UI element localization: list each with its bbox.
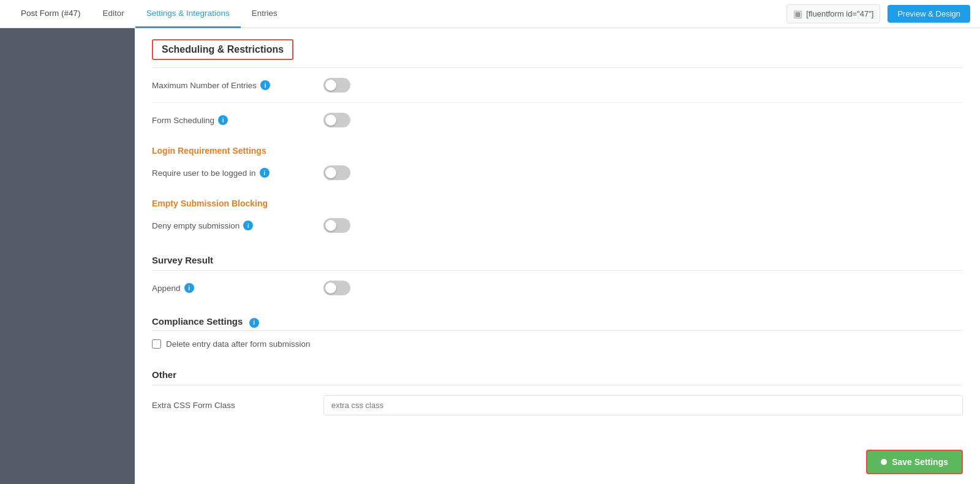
nav-right: ▣ [fluentform id="47"] Preview & Design [786,4,970,23]
deny-empty-label: Deny empty submission i [152,221,323,230]
max-entries-label: Maximum Number of Entries i [152,80,323,90]
require-login-label: Require user to be logged in i [152,168,323,178]
shortcode-box[interactable]: ▣ [fluentform id="47"] [786,4,880,23]
form-scheduling-label: Form Scheduling i [152,115,323,125]
survey-result-settings: Append i [135,271,980,305]
delete-entry-checkbox[interactable] [152,339,161,349]
delete-entry-label[interactable]: Delete entry data after form submission [152,339,963,349]
other-title: Other [152,369,176,380]
shortcode-text: [fluentform id="47"] [806,9,873,18]
append-toggle[interactable] [323,281,350,295]
compliance-title: Compliance Settings i [152,316,259,327]
shortcode-icon: ▣ [793,8,802,20]
append-row: Append i [152,271,963,305]
deny-empty-info-icon[interactable]: i [243,221,253,230]
max-entries-toggle[interactable] [323,78,350,93]
deny-empty-track [323,218,350,233]
main-content: Scheduling & Restrictions Maximum Number… [135,28,980,484]
empty-submission-settings: Deny empty submission i [135,208,980,243]
deny-empty-row: Deny empty submission i [152,208,963,243]
require-login-row: Require user to be logged in i [152,156,963,190]
form-scheduling-toggle[interactable] [323,113,350,127]
nav-tabs: Post Form (#47) Editor Settings & Integr… [10,0,288,28]
nav-tab-editor[interactable]: Editor [92,0,135,28]
other-header: Other [135,357,980,385]
survey-result-header: Survey Result [135,243,980,265]
compliance-header: Compliance Settings i [135,305,980,330]
save-settings-label: Save Settings [892,457,948,467]
login-requirement-title: Login Requirement Settings [152,146,266,156]
form-scheduling-track [323,113,350,127]
form-scheduling-info-icon[interactable]: i [218,115,228,125]
nav-tab-post-form[interactable]: Post Form (#47) [10,0,92,28]
require-login-track [323,165,350,180]
extra-css-row: Extra CSS Form Class [152,385,963,425]
sidebar [0,28,135,484]
empty-submission-title: Empty Submission Blocking [152,199,268,208]
empty-submission-header: Empty Submission Blocking [135,190,980,208]
other-settings: Extra CSS Form Class [135,385,980,425]
scheduling-title: Scheduling & Restrictions [152,39,293,60]
form-scheduling-row: Form Scheduling i [152,103,963,137]
max-entries-info-icon[interactable]: i [260,80,270,90]
append-info-icon[interactable]: i [184,283,194,293]
extra-css-input[interactable] [323,395,963,415]
deny-empty-toggle[interactable] [323,218,350,233]
preview-design-button[interactable]: Preview & Design [888,5,970,23]
login-requirement-settings: Require user to be logged in i [135,156,980,190]
scheduling-settings: Maximum Number of Entries i Form Schedul… [135,68,980,137]
require-login-toggle[interactable] [323,165,350,180]
scheduling-section-header: Scheduling & Restrictions [135,28,980,67]
save-btn-dot [881,459,887,465]
survey-result-title: Survey Result [152,255,213,265]
nav-tab-settings[interactable]: Settings & Integrations [135,0,241,28]
compliance-settings: Delete entry data after form submission [135,331,980,357]
max-entries-row: Maximum Number of Entries i [152,68,963,103]
max-entries-track [323,78,350,93]
compliance-info-icon[interactable]: i [249,318,259,328]
main-layout: Scheduling & Restrictions Maximum Number… [0,28,980,484]
sidebar-inner [0,28,135,40]
extra-css-label: Extra CSS Form Class [152,401,323,410]
nav-tab-entries[interactable]: Entries [241,0,288,28]
footer-bar: Save Settings [135,440,980,484]
login-requirement-header: Login Requirement Settings [135,137,980,156]
require-login-info-icon[interactable]: i [260,168,270,178]
top-navigation: Post Form (#47) Editor Settings & Integr… [0,0,980,28]
append-track [323,281,350,295]
save-settings-button[interactable]: Save Settings [866,450,963,474]
append-label: Append i [152,283,323,293]
